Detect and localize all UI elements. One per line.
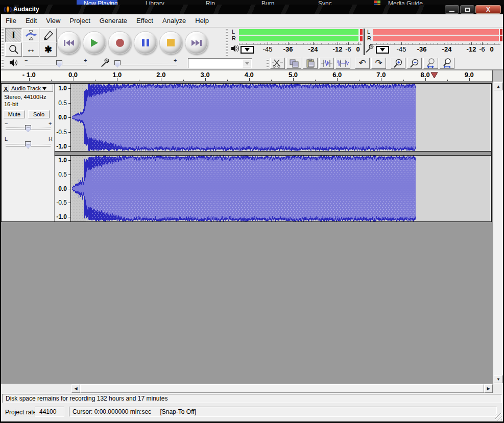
meter-tick [338,42,338,45]
ruler-minor-tick [315,80,316,81]
multi-tool-button[interactable]: ✱ [40,42,57,57]
titlebar[interactable]: Audacity X [0,5,504,14]
output-volume-slider[interactable] [25,63,87,65]
bg-tab-rip[interactable]: Rip [206,0,215,5]
playback-meter-bar-left [239,29,358,35]
scroll-left-icon[interactable]: ◀ [71,384,80,393]
maximize-button[interactable] [460,5,474,14]
skip-to-end-icon [191,39,202,47]
combo-arrow-icon[interactable] [243,59,251,67]
skip-to-start-button[interactable] [57,31,80,54]
scroll-right-icon[interactable]: ▶ [484,384,493,393]
audio-track[interactable]: X Audio Track Stereo, 44100Hz 16-bit Mut… [1,83,492,222]
menu-help[interactable]: Help [190,15,213,27]
mixer-toolbar-grip[interactable] [2,58,4,68]
record-position-indicator [430,72,438,79]
play-button[interactable] [83,31,106,54]
track-title-button[interactable]: Audio Track [10,85,53,92]
vruler-label--1.0: -1.0 [56,143,67,150]
close-button[interactable]: X [475,5,501,14]
pan-right-label: R [49,136,53,142]
fit-project-icon [442,58,452,68]
horizontal-scrollbar[interactable]: ◀ ▶ [1,384,503,393]
scroll-down-icon[interactable]: ▼ [494,375,503,383]
stop-button[interactable] [159,31,182,54]
meter-tick [447,42,447,45]
vertical-scrollbar[interactable]: ▲ ▼ [493,82,503,384]
trim-button[interactable] [319,58,334,69]
menu-project[interactable]: Project [65,15,94,27]
draw-tool-button[interactable] [40,28,57,42]
input-volume-thumb[interactable] [114,60,121,67]
footer-bar: Project rate: 44100 Cursor: 0:00.000000 … [1,404,503,421]
ruler-corner [492,70,503,82]
gain-slider-thumb[interactable] [25,125,31,132]
project-rate-value[interactable]: 44100 [35,407,64,417]
undo-button[interactable]: ↶ [355,58,370,69]
recording-meter[interactable]: L R -45-36-24-12-60 [364,29,503,55]
timeshift-tool-button[interactable]: ↔ [22,42,39,57]
paste-button[interactable] [303,58,318,69]
fit-project-button[interactable] [440,58,454,69]
redo-button[interactable]: ↷ [371,58,386,69]
menu-edit[interactable]: Edit [21,15,41,27]
track-close-button[interactable]: X [3,85,9,92]
scroll-up-icon[interactable]: ▲ [494,82,503,90]
menu-generate[interactable]: Generate [95,15,132,27]
horizontal-scroll-thumb[interactable] [80,384,484,393]
vertical-ruler-left-channel: 1.00.50.0-0.5-1.0 [55,84,71,151]
bg-tab-media-guide[interactable]: Media Guide [388,0,423,5]
menu-file[interactable]: File [1,15,21,27]
track-area[interactable]: X Audio Track Stereo, 44100Hz 16-bit Mut… [1,82,493,384]
ruler-minor-tick [403,80,404,81]
bg-tab-burn[interactable]: Burn [261,0,274,5]
input-volume-slider[interactable] [116,63,177,65]
ruler-major-tick [293,78,294,81]
meter-scale--12: -12 [333,45,343,53]
skip-to-end-button[interactable] [185,31,208,54]
ruler-label-6.0: 6.0 [332,71,342,79]
meter-toolbar-grip[interactable] [226,29,228,56]
vruler-label--1.0: -1.0 [56,213,67,220]
copy-button[interactable] [286,58,301,69]
meter-tick [401,42,402,45]
menu-view[interactable]: View [41,15,65,27]
solo-button[interactable]: Solo [28,110,50,118]
ruler-major-tick [337,78,338,81]
bg-tab-now-playing[interactable]: Now Playing [77,0,117,5]
output-volume-thumb[interactable] [56,60,62,67]
playback-meter-menu-button[interactable] [241,46,254,54]
menu-analyze[interactable]: Analyze [158,15,190,27]
edit-toolbar-grip[interactable] [267,58,269,68]
pause-button[interactable] [134,31,157,54]
zoom-tool-button[interactable] [5,42,22,57]
toolbar-grip[interactable] [2,29,4,56]
meter-scale--24: -24 [308,45,318,53]
silence-button[interactable] [335,58,350,69]
envelope-tool-button[interactable] [22,28,39,42]
mute-button[interactable]: Mute [4,110,25,118]
playback-meter[interactable]: L R -45-36-24-12-60 [230,29,364,55]
input-source-select[interactable] [188,58,252,68]
cut-button[interactable] [270,58,285,69]
recording-meter-menu-button[interactable] [376,46,389,54]
fit-selection-button[interactable] [423,58,438,69]
zoom-out-button[interactable] [407,58,422,69]
selection-tool-button[interactable]: I [5,28,22,42]
bg-tab-sync[interactable]: Sync [318,0,332,5]
bg-tab-library[interactable]: Library [146,0,164,5]
recording-meter-bar-right [373,36,499,41]
timeline-ruler[interactable]: - 1.00.01.02.03.04.05.06.07.08.09.0 [1,70,503,82]
recording-clip-indicator-left [500,29,502,35]
menu-effect[interactable]: Effect [132,15,158,27]
resize-grip[interactable] [495,413,502,420]
pan-slider-thumb[interactable] [25,141,31,148]
meter-scale--36: -36 [417,45,427,53]
waveform-left-channel[interactable] [71,84,490,151]
zoom-in-button[interactable] [391,58,405,69]
minimize-button[interactable] [445,5,459,14]
asterisk-icon: ✱ [44,44,52,55]
record-button[interactable] [108,31,131,54]
track-title: Audio Track [10,85,41,91]
waveform-right-channel[interactable] [71,156,490,221]
